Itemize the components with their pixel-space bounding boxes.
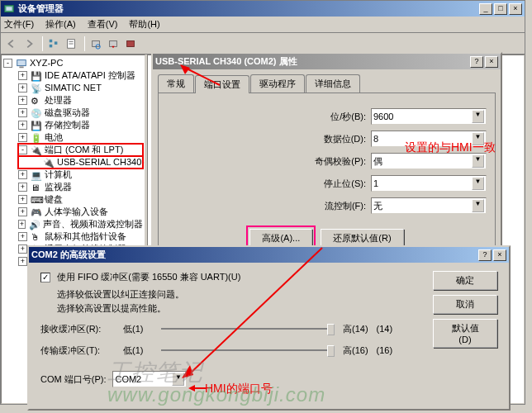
tree-root[interactable]: - XYZ-PC (3, 57, 143, 69)
adv-close-button[interactable]: × (493, 249, 506, 261)
minimize-button[interactable]: _ (479, 3, 492, 15)
com-port-combo[interactable]: COM2▼ (112, 371, 187, 387)
expand-icon[interactable]: + (18, 71, 27, 80)
parity-combo[interactable]: 偶▼ (371, 153, 487, 169)
toolbar-separator (42, 36, 43, 51)
tree-item[interactable]: +🎮人体学输入设备 (18, 206, 143, 218)
expand-icon[interactable]: + (18, 244, 27, 254)
port-children: 🔌USB-SERIAL CH340 (COM2) (18, 156, 143, 169)
chevron-down-icon[interactable]: ▼ (472, 199, 484, 212)
tree-item[interactable]: +🔊声音、视频和游戏控制器 (18, 218, 143, 230)
tree-item[interactable]: +💻计算机 (18, 169, 143, 181)
tx-high-label: 高(16) (343, 344, 368, 357)
tree-item[interactable]: +⚙处理器 (18, 94, 143, 107)
update-button[interactable] (106, 36, 121, 51)
parity-label: 奇偶校验(P): (315, 155, 366, 168)
uninstall-button[interactable] (123, 36, 138, 51)
tree-root-label: XYZ-PC (30, 57, 63, 69)
port-properties-dialog: USB-SERIAL CH340 (COM2) 属性 ? × 常规 端口设置 驱… (151, 52, 502, 278)
rx-slider[interactable] (161, 321, 335, 336)
menu-action[interactable]: 操作(A) (45, 18, 76, 31)
tree-item[interactable]: +🔋电池 (18, 131, 143, 144)
port-settings-panel: 位/秒(B): 9600▼ 数据位(D): 8▼ 奇偶校验(P): 偶▼ 停止位… (158, 93, 496, 266)
tab-detail[interactable]: 详细信息 (306, 74, 360, 93)
rx-high-label: 高(14) (343, 323, 368, 335)
expand-icon[interactable]: + (18, 170, 27, 179)
tree-item[interactable]: +🖥监视器 (18, 181, 143, 193)
menu-view[interactable]: 查看(V) (88, 18, 118, 31)
tx-slider[interactable] (161, 343, 335, 358)
fifo-checkbox[interactable]: ✓ (40, 273, 50, 282)
expand-icon[interactable]: + (18, 183, 27, 192)
device-icon: 💾 (31, 70, 42, 82)
svg-rect-10 (110, 40, 117, 46)
adv-cancel-button[interactable]: 取消 (433, 295, 497, 314)
svg-rect-11 (127, 40, 135, 46)
flowctrl-combo[interactable]: 无▼ (371, 197, 487, 214)
expand-icon[interactable]: + (18, 257, 27, 266)
close-button[interactable]: × (509, 3, 522, 15)
tree-item[interactable]: +⌨键盘 (18, 193, 143, 206)
stopbits-combo[interactable]: 1▼ (371, 175, 487, 192)
scan-button[interactable] (88, 36, 103, 51)
com-port-label: COM 端口号(P): (40, 373, 106, 386)
expand-icon[interactable]: - (18, 145, 27, 154)
tree-item-ports[interactable]: -🔌端口 (COM 和 LPT) (18, 144, 143, 156)
prop-close-button[interactable]: × (485, 56, 498, 68)
databits-combo[interactable]: 8▼ (371, 131, 487, 147)
svg-rect-2 (50, 39, 53, 42)
databits-row: 数据位(D): 8▼ (167, 131, 487, 147)
chevron-down-icon[interactable]: ▼ (472, 110, 484, 123)
baud-label: 位/秒(B): (330, 111, 366, 123)
chevron-down-icon[interactable]: ▼ (472, 154, 484, 168)
maximize-button[interactable]: □ (494, 3, 507, 15)
adv-ok-button[interactable]: 确定 (433, 271, 497, 290)
tree-item-com2[interactable]: 🔌USB-SERIAL CH340 (COM2) (43, 156, 143, 169)
chevron-down-icon[interactable]: ▼ (472, 177, 484, 190)
prop-help-button[interactable]: ? (470, 56, 483, 68)
baud-combo[interactable]: 9600▼ (371, 108, 487, 125)
chevron-down-icon[interactable]: ▼ (472, 132, 484, 145)
menu-help[interactable]: 帮助(H) (129, 18, 159, 31)
tree-item[interactable]: +📡SIMATIC NET (18, 82, 143, 94)
expand-icon[interactable]: + (18, 195, 27, 204)
expand-icon[interactable]: - (3, 59, 12, 68)
adv-default-button[interactable]: 默认值(D) (433, 319, 497, 348)
monitor-icon: 🖥 (31, 182, 42, 193)
main-title: 设备管理器 (18, 2, 477, 15)
tree-children: +💾IDE ATA/ATAPI 控制器 +📡SIMATIC NET +⚙处理器 … (3, 69, 143, 268)
expand-icon[interactable]: + (18, 220, 26, 229)
expand-icon[interactable]: + (18, 83, 27, 93)
tab-port-settings[interactable]: 端口设置 (195, 75, 249, 93)
tree-item[interactable]: +💾存储控制器 (18, 119, 143, 131)
device-icon: 📡 (31, 83, 42, 94)
adv-help-button[interactable]: ? (478, 249, 492, 261)
chevron-down-icon[interactable]: ▼ (172, 373, 184, 386)
adv-button-column: 确定 取消 默认值(D) (433, 271, 497, 348)
expand-icon[interactable]: + (18, 207, 27, 216)
svg-rect-3 (50, 44, 53, 47)
prop-title: USB-SERIAL CH340 (COM2) 属性 (155, 55, 468, 68)
prop-titlebar: USB-SERIAL CH340 (COM2) 属性 ? × (153, 54, 501, 69)
expand-icon[interactable]: + (18, 121, 27, 130)
tab-general[interactable]: 常规 (158, 74, 194, 93)
tab-driver[interactable]: 驱动程序 (250, 74, 305, 93)
expand-icon[interactable]: + (18, 96, 27, 105)
properties-button[interactable] (64, 36, 78, 51)
rx-buffer-row: 接收缓冲区(R): 低(1) 高(14) (14) (40, 321, 497, 336)
expand-icon[interactable]: + (18, 133, 27, 142)
tree-item[interactable]: +💿磁盘驱动器 (18, 107, 143, 119)
forward-button[interactable] (21, 36, 36, 51)
back-button[interactable] (4, 36, 19, 51)
serial-icon: 🔌 (43, 157, 55, 169)
flowctrl-label: 流控制(F): (325, 200, 366, 212)
tree-item[interactable]: +💾IDE ATA/ATAPI 控制器 (18, 69, 143, 82)
svg-rect-12 (17, 59, 26, 65)
tree-item[interactable]: +🖱鼠标和其他指针设备 (18, 230, 143, 243)
expand-icon[interactable]: + (18, 232, 27, 241)
expand-icon[interactable]: + (18, 108, 27, 117)
audio-icon: 🔊 (29, 219, 40, 230)
menu-file[interactable]: 文件(F) (4, 18, 34, 31)
menubar: 文件(F) 操作(A) 查看(V) 帮助(H) (1, 17, 525, 33)
tree-view-button[interactable] (46, 36, 61, 51)
